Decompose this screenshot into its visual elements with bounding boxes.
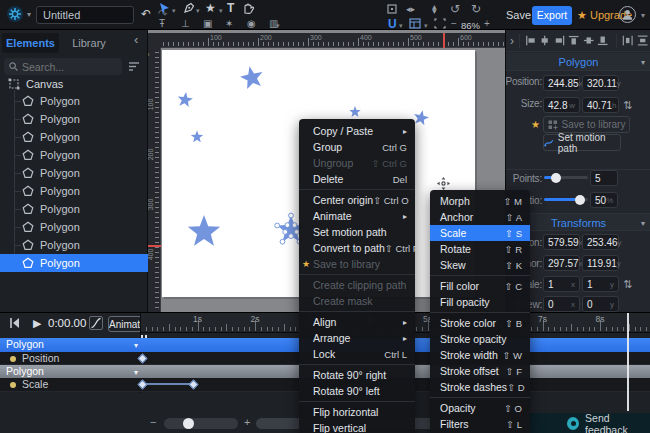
align-right-icon[interactable] [554, 34, 565, 47]
distribute-horizontal-icon[interactable] [622, 34, 633, 47]
menu-item-center-origin[interactable]: Center origin⇧ Ctrl O [299, 192, 415, 208]
star-shape[interactable] [178, 92, 193, 107]
layer-item-polygon[interactable]: Polygon [0, 110, 148, 128]
node-handle[interactable] [289, 234, 294, 239]
rotate-ccw-icon[interactable]: ↺ [450, 3, 460, 15]
text-tool-icon[interactable]: T [227, 2, 234, 14]
filter-list-icon[interactable] [128, 61, 140, 72]
menu-item-rotate-90-right[interactable]: Rotate 90° right [299, 367, 415, 383]
align-middle-vertical-icon[interactable] [583, 34, 594, 47]
node-handle[interactable] [283, 230, 288, 235]
transform-position-y-input[interactable]: 253.46y [582, 234, 619, 250]
scale-x-input[interactable]: 1x [543, 276, 580, 292]
rotate-cw-icon[interactable]: ↻ [471, 3, 481, 15]
boolean-tool-caret-icon[interactable]: ▾ [276, 22, 280, 30]
align-top-icon[interactable] [568, 34, 579, 47]
export-button[interactable]: Export [532, 6, 572, 25]
menu-item-save-to-library[interactable]: ★Save to library [299, 256, 415, 272]
selected-element-header[interactable]: Polygon ▾ [506, 53, 650, 71]
size-height-input[interactable]: 40.71h [582, 97, 619, 113]
align-center-horizontal-icon[interactable] [539, 34, 550, 47]
collapse-sidebar-icon[interactable]: ‹ [134, 32, 138, 47]
menu-item-scale[interactable]: Scale⇧ S [430, 225, 530, 241]
menu-item-create-clipping-path[interactable]: Create clipping path [299, 277, 415, 293]
pen-tool-icon[interactable] [183, 2, 195, 14]
skip-to-start-icon[interactable] [9, 317, 21, 329]
animation-end-marker[interactable] [627, 313, 629, 411]
link-scale-icon[interactable]: ⇅ [623, 278, 632, 291]
layer-item-polygon[interactable]: Polygon [0, 164, 148, 182]
keyframe-segment[interactable] [142, 383, 192, 385]
animate-mode-button[interactable]: Animate [108, 316, 142, 332]
menu-item-morph[interactable]: Morph⇧ M [430, 193, 530, 209]
tool-icon-1[interactable]: ⊥ [181, 19, 190, 29]
account-caret-icon[interactable]: ▾ [641, 12, 645, 20]
menu-item-delete[interactable]: DeleteDel [299, 171, 415, 187]
anchor-x-input[interactable]: 297.57x [543, 255, 580, 271]
position-y-input[interactable]: 320.11y [582, 75, 619, 91]
skew-y-input[interactable]: 0y [582, 296, 619, 312]
transform-position-x-input[interactable]: 579.59x [543, 234, 580, 250]
menu-item-anchor[interactable]: Anchor⇧ A [430, 209, 530, 225]
menu-item-create-mask[interactable]: Create mask [299, 293, 415, 309]
keyframe-diamond[interactable] [189, 379, 199, 389]
align-left-icon[interactable] [525, 34, 536, 47]
layer-item-polygon[interactable]: Polygon [0, 92, 148, 110]
star-tool-caret-icon[interactable]: ▾ [219, 7, 223, 15]
menu-item-fill-color[interactable]: Fill color⇧ C [430, 278, 530, 294]
node-handle[interactable] [280, 239, 285, 244]
save-button[interactable]: Save [506, 9, 531, 21]
feedback-icon[interactable] [567, 417, 579, 430]
star-shape[interactable] [349, 106, 360, 117]
link-dimensions-icon[interactable]: ⇅ [623, 99, 632, 112]
timeline-zoom-knob[interactable] [183, 418, 194, 429]
easing-curve-icon[interactable] [89, 316, 103, 330]
tool-icon-2[interactable]: ▣ [203, 19, 212, 29]
star-tool-icon[interactable]: ★ [205, 2, 216, 14]
star-shape[interactable] [240, 66, 262, 89]
flip-vertical-icon[interactable]: ◂▸ [430, 5, 439, 14]
menu-item-stroke-opacity[interactable]: Stroke opacity [430, 331, 530, 347]
distribute-vertical-icon[interactable] [637, 34, 648, 47]
keyframe-diamond[interactable] [138, 353, 148, 363]
play-icon[interactable]: ▶ [33, 317, 41, 330]
position-x-input[interactable]: 244.85x [543, 75, 580, 91]
layer-item-polygon[interactable]: Polygon [0, 146, 148, 164]
fit-screen-icon[interactable] [434, 18, 446, 29]
tool-icon-3[interactable]: ✶ [225, 19, 233, 29]
ratio-slider[interactable] [544, 198, 588, 201]
timeline-zoom-out-icon[interactable]: − [150, 416, 156, 428]
scale-y-input[interactable]: 1y [582, 276, 619, 292]
menu-item-stroke-color[interactable]: Stroke color⇧ B [430, 315, 530, 331]
menu-item-stroke-width[interactable]: Stroke width⇧ W [430, 347, 530, 363]
menu-item-rotate-90-left[interactable]: Rotate 90° left [299, 383, 415, 399]
element-header-caret-icon[interactable]: ▾ [641, 58, 645, 67]
layer-item-polygon[interactable]: Polygon [0, 218, 148, 236]
track-caret-icon[interactable]: ▾ [134, 341, 138, 350]
node-handle[interactable] [289, 213, 294, 218]
align-bottom-icon[interactable] [597, 34, 608, 47]
layer-item-canvas[interactable]: Canvas [0, 76, 148, 92]
menu-item-opacity[interactable]: Opacity⇧ O [430, 400, 530, 416]
menu-item-animate[interactable]: Animate▸ [299, 208, 415, 224]
project-title-input[interactable] [36, 6, 134, 24]
tab-library[interactable]: Library [64, 33, 114, 53]
flip-horizontal-icon[interactable]: ◂▸ [406, 5, 415, 14]
menu-item-align[interactable]: Align▸ [299, 314, 415, 330]
node-handle[interactable] [292, 223, 297, 228]
expand-panel-icon[interactable]: › [510, 34, 514, 48]
tool-icon-4[interactable]: ◉ [247, 19, 256, 29]
node-handle[interactable] [275, 223, 280, 228]
underline-animation-icon[interactable]: U [388, 17, 397, 31]
skew-x-input[interactable]: 0x [543, 296, 580, 312]
menu-item-set-motion-path[interactable]: Set motion path [299, 224, 415, 240]
tab-elements[interactable]: Elements [2, 33, 59, 53]
star-shape[interactable] [188, 215, 220, 246]
search-box[interactable] [4, 58, 122, 75]
select-tool-icon[interactable] [159, 3, 170, 15]
transforms-caret-icon[interactable]: ▾ [641, 219, 645, 228]
menu-item-skew[interactable]: Skew⇧ K [430, 257, 530, 273]
app-logo-icon[interactable] [6, 5, 24, 23]
feedback-label[interactable]: Send feedback [585, 412, 650, 433]
star-shape[interactable] [414, 110, 429, 125]
